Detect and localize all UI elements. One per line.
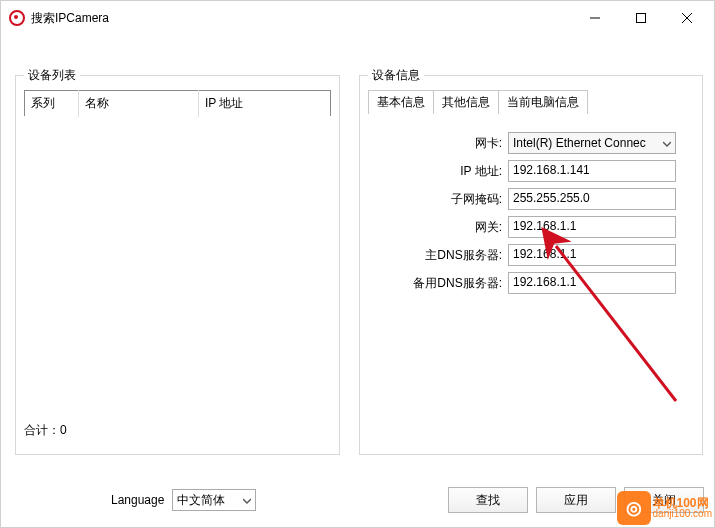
nic-select[interactable]: Intel(R) Ethernet Connec: [508, 132, 676, 154]
maximize-icon: [636, 13, 646, 23]
close-button[interactable]: [664, 3, 710, 33]
footer-label: 合计：: [24, 423, 60, 437]
col-series[interactable]: 系列: [25, 91, 79, 117]
title-bar: 搜索IPCamera: [1, 1, 714, 35]
minimize-icon: [590, 13, 600, 23]
row-gateway: 网关: 192.168.1.1: [368, 216, 694, 238]
gw-field[interactable]: 192.168.1.1: [508, 216, 676, 238]
ip-label: IP 地址:: [368, 163, 508, 180]
mask-field[interactable]: 255.255.255.0: [508, 188, 676, 210]
watermark-url: danji100.com: [653, 509, 712, 519]
watermark-icon: ◎: [617, 491, 651, 525]
ip-field[interactable]: 192.168.1.141: [508, 160, 676, 182]
window-title: 搜索IPCamera: [31, 10, 109, 27]
watermark-text: 单机100网 danji100.com: [653, 497, 712, 519]
chevron-down-icon: [243, 497, 251, 505]
bottom-bar: Language 中文简体 查找 应用 关闭: [11, 487, 704, 513]
dns1-label: 主DNS服务器:: [368, 247, 508, 264]
col-name[interactable]: 名称: [79, 91, 199, 117]
device-list-panel: 设备列表 系列 名称 IP 地址 合计：0: [15, 67, 340, 455]
tab-other[interactable]: 其他信息: [433, 90, 499, 114]
info-tabs: 基本信息 其他信息 当前电脑信息: [368, 90, 694, 114]
nic-label: 网卡:: [368, 135, 508, 152]
content-area: 设备列表 系列 名称 IP 地址 合计：0 设备信息 基本信息 其他信息: [11, 39, 704, 517]
close-icon: [682, 13, 692, 23]
col-ip[interactable]: IP 地址: [199, 91, 331, 117]
device-list-legend: 设备列表: [24, 67, 80, 84]
maximize-button[interactable]: [618, 3, 664, 33]
minimize-button[interactable]: [572, 3, 618, 33]
apply-button[interactable]: 应用: [536, 487, 616, 513]
table-header-row: 系列 名称 IP 地址: [25, 91, 331, 117]
language-value: 中文简体: [177, 492, 225, 509]
dns1-field[interactable]: 192.168.1.1: [508, 244, 676, 266]
device-table[interactable]: 系列 名称 IP 地址: [24, 90, 331, 416]
tab-basic[interactable]: 基本信息: [368, 90, 434, 114]
footer-count: 0: [60, 423, 67, 437]
watermark: ◎ 单机100网 danji100.com: [617, 491, 712, 525]
chevron-down-icon: [663, 140, 671, 148]
row-dns2: 备用DNS服务器: 192.168.1.1: [368, 272, 694, 294]
language-label: Language: [111, 493, 164, 507]
row-nic: 网卡: Intel(R) Ethernet Connec: [368, 132, 694, 154]
language-select[interactable]: 中文简体: [172, 489, 256, 511]
row-dns1: 主DNS服务器: 192.168.1.1: [368, 244, 694, 266]
nic-value: Intel(R) Ethernet Connec: [513, 136, 646, 150]
app-window: 搜索IPCamera 设备列表 系列 名称 IP 地址: [0, 0, 715, 528]
device-info-panel: 设备信息 基本信息 其他信息 当前电脑信息 网卡: Intel(R) Ether…: [359, 67, 703, 455]
row-mask: 子网掩码: 255.255.255.0: [368, 188, 694, 210]
gw-label: 网关:: [368, 219, 508, 236]
device-list-footer: 合计：0: [24, 422, 331, 439]
window-controls: [572, 3, 710, 33]
svg-rect-1: [637, 14, 646, 23]
tab-current[interactable]: 当前电脑信息: [498, 90, 588, 114]
device-info-legend: 设备信息: [368, 67, 424, 84]
mask-label: 子网掩码:: [368, 191, 508, 208]
row-ip: IP 地址: 192.168.1.141: [368, 160, 694, 182]
dns2-field[interactable]: 192.168.1.1: [508, 272, 676, 294]
search-button[interactable]: 查找: [448, 487, 528, 513]
app-icon: [9, 10, 25, 26]
dns2-label: 备用DNS服务器:: [368, 275, 508, 292]
